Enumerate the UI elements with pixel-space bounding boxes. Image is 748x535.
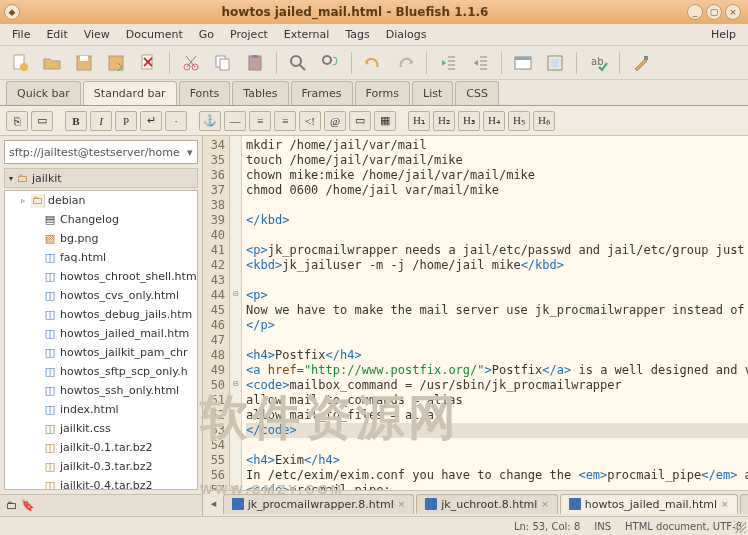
rightalign-button[interactable]: ≡ <box>274 111 296 131</box>
tree-item[interactable]: ◫faq.html <box>5 248 197 267</box>
tree-item[interactable]: ◫howtos_sftp_scp_only.h <box>5 362 197 381</box>
code-line[interactable] <box>246 198 748 213</box>
code-line[interactable]: <h4>Exim</h4> <box>246 453 748 468</box>
resize-grip[interactable] <box>734 521 746 533</box>
close-icon[interactable]: × <box>398 499 406 509</box>
tab-frames[interactable]: Frames <box>291 81 353 105</box>
nbsp-button[interactable]: · <box>165 111 187 131</box>
menu-external[interactable]: External <box>276 26 338 43</box>
code-line[interactable]: <p> <box>246 288 748 303</box>
code-line[interactable] <box>246 333 748 348</box>
tree-item[interactable]: ◫howtos_cvs_only.html <box>5 286 197 305</box>
code-line[interactable]: <code>procmail_pipe: <box>246 483 748 490</box>
h2-button[interactable]: H₂ <box>433 111 455 131</box>
code-line[interactable]: <a href="http://www.postfix.org/">Postfi… <box>246 363 748 378</box>
tree-item[interactable]: ◫howtos_debug_jails.htm <box>5 305 197 324</box>
tree-item[interactable]: ◫jailkit.css <box>5 419 197 438</box>
tab-standardbar[interactable]: Standard bar <box>83 81 177 105</box>
unindent-button[interactable] <box>434 49 462 77</box>
document-tab[interactable]: howtos_sftp_scp_only.html× <box>740 494 748 514</box>
menu-view[interactable]: View <box>76 26 118 43</box>
file-tree[interactable]: ▹🗀debian▤Changelog▧bg.png◫faq.html◫howto… <box>4 190 198 490</box>
menu-file[interactable]: File <box>4 26 38 43</box>
menu-help[interactable]: Help <box>703 26 744 43</box>
source-editor[interactable]: mkdir /home/jail/var/mailtouch /home/jai… <box>242 136 748 490</box>
image-button[interactable]: ▭ <box>349 111 371 131</box>
document-tab[interactable]: howtos_jailed_mail.html× <box>560 494 738 514</box>
code-line[interactable]: In /etc/exim/exim.conf you have to chang… <box>246 468 748 483</box>
h3-button[interactable]: H₃ <box>458 111 480 131</box>
code-line[interactable]: chown mike:mike /home/jail/var/mail/mike <box>246 168 748 183</box>
tree-item[interactable]: ▹🗀debian <box>5 191 197 210</box>
document-tab[interactable]: jk_procmailwrapper.8.html× <box>223 494 415 514</box>
tree-item[interactable]: ◫jailkit-0.3.tar.bz2 <box>5 457 197 476</box>
code-line[interactable]: <h4>Postfix</h4> <box>246 348 748 363</box>
tab-list[interactable]: List <box>412 81 453 105</box>
tab-forms[interactable]: Forms <box>355 81 410 105</box>
tree-item[interactable]: ◫howtos_ssh_only.html <box>5 381 197 400</box>
code-line[interactable] <box>246 273 748 288</box>
tree-item[interactable]: ◫howtos_chroot_shell.htm <box>5 267 197 286</box>
tab-css[interactable]: CSS <box>455 81 499 105</box>
fold-column[interactable]: ⊟⊟⊟ <box>230 136 242 490</box>
break-button[interactable]: ↵ <box>140 111 162 131</box>
code-line[interactable]: Now we have to make the mail server use … <box>246 303 748 318</box>
tree-item[interactable]: ◫index.html <box>5 400 197 419</box>
preferences-button[interactable] <box>627 49 655 77</box>
rule-button[interactable]: — <box>224 111 246 131</box>
code-line[interactable]: </code> <box>246 423 748 438</box>
thumbnail-button[interactable]: ▦ <box>374 111 396 131</box>
save-button[interactable] <box>70 49 98 77</box>
code-line[interactable] <box>246 228 748 243</box>
code-line[interactable]: touch /home/jail/var/mail/mike <box>246 153 748 168</box>
close-doc-button[interactable] <box>134 49 162 77</box>
tab-tables[interactable]: Tables <box>232 81 288 105</box>
paste-button[interactable] <box>241 49 269 77</box>
minimize-button[interactable]: _ <box>687 4 703 20</box>
indent-button[interactable] <box>466 49 494 77</box>
menu-go[interactable]: Go <box>191 26 222 43</box>
comment-button[interactable]: <! <box>299 111 321 131</box>
tree-item[interactable]: ◫jailkit-0.4.tar.bz2 <box>5 476 197 490</box>
undo-button[interactable] <box>359 49 387 77</box>
code-line[interactable]: <code>mailbox_command = /usr/sbin/jk_pro… <box>246 378 748 393</box>
body-button[interactable]: ▭ <box>31 111 53 131</box>
open-button[interactable] <box>38 49 66 77</box>
center-button[interactable]: ≡ <box>249 111 271 131</box>
tab-scroll-left[interactable]: ◂ <box>205 497 223 510</box>
h1-button[interactable]: H₁ <box>408 111 430 131</box>
close-button[interactable]: × <box>725 4 741 20</box>
tree-item[interactable]: ▧bg.png <box>5 229 197 248</box>
view-browser-button[interactable] <box>509 49 537 77</box>
code-line[interactable]: <p>jk_procmailwrapper needs a jail/etc/p… <box>246 243 748 258</box>
maximize-button[interactable]: ▢ <box>706 4 722 20</box>
fullscreen-button[interactable] <box>541 49 569 77</box>
tree-item[interactable]: ◫jailkit-0.1.tar.bz2 <box>5 438 197 457</box>
code-line[interactable]: allow_mail_to_files = alias <box>246 408 748 423</box>
folder-header[interactable]: ▾ 🗀 jailkit <box>4 168 198 188</box>
quickstart-button[interactable]: ⎘ <box>6 111 28 131</box>
save-as-button[interactable] <box>102 49 130 77</box>
paragraph-button[interactable]: P <box>115 111 137 131</box>
h6-button[interactable]: H₆ <box>533 111 555 131</box>
menu-tags[interactable]: Tags <box>337 26 377 43</box>
h4-button[interactable]: H₄ <box>483 111 505 131</box>
tree-item[interactable]: ◫howtos_jailkit_pam_chr <box>5 343 197 362</box>
filebrowser-tab-icon[interactable]: 🗀 <box>6 499 17 512</box>
path-combobox[interactable]: sftp://jailtest@testserver/home ▾ <box>4 140 198 164</box>
window-menu-icon[interactable]: ◆ <box>4 4 20 20</box>
code-line[interactable]: allow_mail_to_commands = alias <box>246 393 748 408</box>
document-tab[interactable]: jk_uchroot.8.html× <box>416 494 558 514</box>
new-button[interactable] <box>6 49 34 77</box>
redo-button[interactable] <box>391 49 419 77</box>
code-line[interactable]: </kbd> <box>246 213 748 228</box>
code-line[interactable]: <kbd>jk_jailuser -m -j /home/jail mike</… <box>246 258 748 273</box>
code-line[interactable]: chmod 0600 /home/jail var/mail/mike <box>246 183 748 198</box>
email-button[interactable]: @ <box>324 111 346 131</box>
anchor-button[interactable]: ⚓ <box>199 111 221 131</box>
find-button[interactable] <box>284 49 312 77</box>
italic-button[interactable]: I <box>90 111 112 131</box>
menu-document[interactable]: Document <box>118 26 191 43</box>
copy-button[interactable] <box>209 49 237 77</box>
code-line[interactable] <box>246 438 748 453</box>
